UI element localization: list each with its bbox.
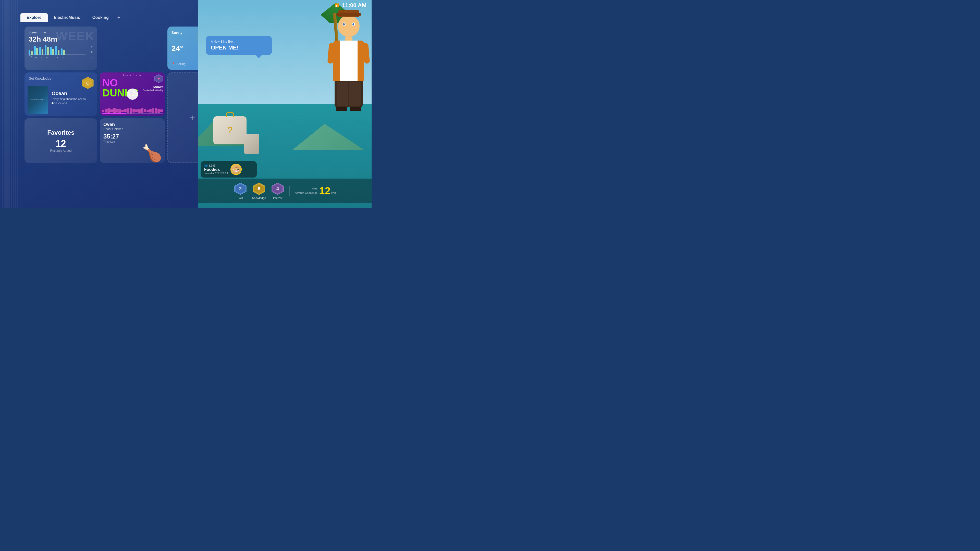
community-info: 👥 3,395 Foodies Joined at 2021/08/24 xyxy=(204,164,228,175)
time-display: 11:00 AM xyxy=(342,2,366,9)
chart-8h: 8h xyxy=(91,45,93,48)
shows-title: Basketball Weekly xyxy=(142,89,163,92)
box-body: ? xyxy=(213,116,247,144)
svg-text:⬡: ⬡ xyxy=(86,81,89,85)
skill-badge: 2 Skill xyxy=(234,182,247,200)
challenge-num: 12 xyxy=(319,186,331,196)
tabs-bar: Explore ElectricMusic Cooking + xyxy=(21,13,121,22)
knowledge-badge-bar: 6 Knowledge xyxy=(252,182,266,200)
athletic-label: The Athletic xyxy=(123,74,142,76)
nov-month: Nov. xyxy=(311,187,318,191)
oven-title: Oven xyxy=(103,122,161,127)
play-icon: ⏸ xyxy=(130,92,135,97)
community-card[interactable]: 👥 3,395 Foodies Joined at 2021/08/24 🍜 xyxy=(200,161,257,178)
content-area: WEEK Screen Time 32h 48m avg S xyxy=(21,22,198,203)
question-mark-icon: ? xyxy=(228,125,232,136)
achievements-bar: 2 Skill 6 Knowledge 4 xyxy=(198,179,372,203)
play-button[interactable]: ⏸ xyxy=(127,89,138,100)
heart-badge-icon: ♥ xyxy=(154,74,163,83)
favorites-subtitle: Recently Added xyxy=(50,149,72,152)
interest-label: Interest xyxy=(273,197,283,200)
skill-label: Skill xyxy=(238,197,243,200)
week-background-text: WEEK xyxy=(56,29,95,43)
awards-label: Awards Challenge xyxy=(295,191,318,194)
ocean-progress: 4/10 Viewed xyxy=(52,102,86,105)
waveform xyxy=(102,108,163,114)
shows-card[interactable]: The Athletic NO DUNKS ⏸ ♥ xyxy=(100,73,165,116)
knowledge-label: Knowledge xyxy=(252,197,266,200)
bubble-main: OPEN ME! xyxy=(211,44,267,51)
svg-text:♥: ♥ xyxy=(158,76,160,81)
member-count: 👥 3,395 xyxy=(204,164,228,167)
screen-time-card[interactable]: WEEK Screen Time 32h 48m avg S xyxy=(24,27,97,70)
tab-explore[interactable]: Explore xyxy=(21,13,48,22)
favorites-title: Favorites xyxy=(47,129,75,136)
wifi-icon: 📶 xyxy=(334,3,339,7)
food-avatar: 🍜 xyxy=(231,164,242,175)
interest-hex: 4 xyxy=(271,182,284,195)
oven-time: 35:27 xyxy=(103,133,161,140)
svg-text:2: 2 xyxy=(239,186,242,191)
oven-time-label: Time Left xyxy=(103,140,161,143)
shows-category: Shows xyxy=(153,85,163,89)
add-icon: + xyxy=(189,113,195,123)
challenge-total: /20 xyxy=(331,191,336,195)
joined-date: Joined at 2021/08/24 xyxy=(204,172,228,175)
book-cover: BLUE PLANET II xyxy=(27,86,48,114)
oven-item: Roast Chicken xyxy=(103,127,161,131)
favorites-card[interactable]: Favorites 12 Recently Added xyxy=(24,118,97,163)
box-decoration xyxy=(244,134,259,154)
skill-hex: 2 xyxy=(234,182,247,195)
shows-info-area: ♥ Shows Basketball Weekly xyxy=(142,74,163,92)
chicken-icon: 🍗 xyxy=(142,144,162,163)
box-handle xyxy=(226,112,234,118)
svg-text:6: 6 xyxy=(258,186,260,191)
favorites-count: 12 xyxy=(56,138,66,149)
knowledge-hex: 6 xyxy=(252,182,266,195)
cards-grid: WEEK Screen Time 32h 48m avg S xyxy=(24,27,194,163)
left-panel: Explore ElectricMusic Cooking + WEEK Scr… xyxy=(0,0,198,208)
interest-badge: 4 Interest xyxy=(271,182,284,200)
no-text: NO xyxy=(102,78,138,88)
ocean-title: Ocean xyxy=(52,91,86,97)
tab-cooking[interactable]: Cooking xyxy=(86,13,115,22)
knowledge-card[interactable]: ⬡ Get Knowledge BLUE PLANET II Ocean Eve… xyxy=(24,73,97,116)
status-bar: 📶 11:00 AM xyxy=(334,2,366,9)
chart-0: 0 xyxy=(91,56,93,59)
location-pin-icon: 📍 xyxy=(172,62,175,66)
mystery-box[interactable]: ? xyxy=(213,116,254,152)
tab-electricmusic[interactable]: ElectricMusic xyxy=(48,13,86,22)
bubble-subtitle: A New Blind Box xyxy=(211,40,267,43)
knowledge-badge: ⬡ xyxy=(81,76,94,89)
oven-card[interactable]: Oven Roast Chicken 35:27 Time Left 🍗 xyxy=(100,118,165,163)
nov-challenge: Nov. Awards Challenge 12 /20 xyxy=(295,186,336,196)
ocean-detail: Everything about the ocean xyxy=(52,97,86,100)
chart-4h: 4h xyxy=(91,51,93,53)
decorative-stripes xyxy=(0,0,21,208)
avatar-character xyxy=(333,15,364,111)
tab-add-button[interactable]: + xyxy=(118,15,121,21)
right-panel: A New Blind Box OPEN ME! ? xyxy=(198,0,372,208)
book-image: BLUE PLANET II xyxy=(27,86,48,114)
get-knowledge-label: Get Knowledge xyxy=(29,76,51,80)
bar-chart: S M xyxy=(29,45,93,63)
svg-text:4: 4 xyxy=(277,186,279,191)
community-name: Foodies xyxy=(204,167,228,172)
speech-bubble[interactable]: A New Blind Box OPEN ME! xyxy=(206,36,272,55)
